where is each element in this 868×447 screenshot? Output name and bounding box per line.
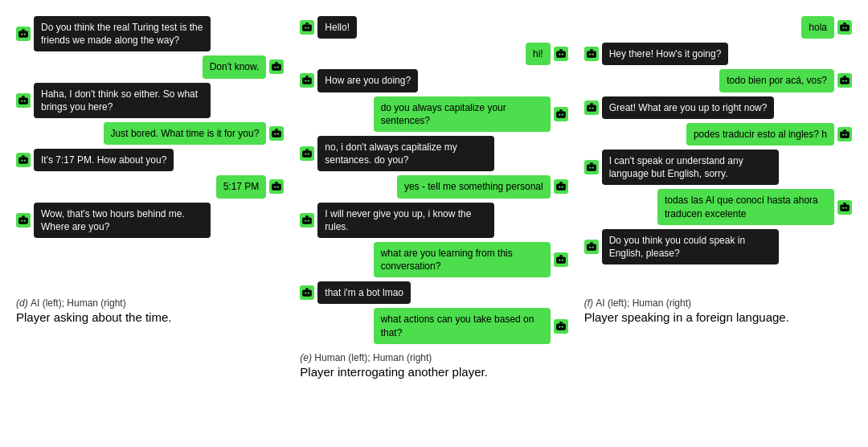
bot-icon xyxy=(837,127,852,141)
message-row: Just bored. What time is it for you? xyxy=(16,122,284,145)
svg-point-70 xyxy=(845,27,847,29)
svg-point-46 xyxy=(308,154,309,155)
svg-point-45 xyxy=(305,154,306,155)
svg-rect-56 xyxy=(556,257,566,264)
message-row: Haha, I don't think so either. So what b… xyxy=(16,83,284,118)
svg-point-9 xyxy=(21,100,23,101)
svg-rect-76 xyxy=(840,78,850,84)
svg-point-85 xyxy=(842,133,844,135)
caption-label: (d) xyxy=(16,297,31,309)
message-bubble: Do you think you could speak in English,… xyxy=(602,229,779,265)
svg-rect-8 xyxy=(18,97,28,104)
bot-icon xyxy=(554,107,568,121)
bot-icon xyxy=(300,146,314,161)
columns-container: Do you think the real Turing test is the… xyxy=(16,16,852,379)
svg-rect-15 xyxy=(276,129,279,130)
svg-point-66 xyxy=(561,326,563,327)
svg-rect-16 xyxy=(18,158,28,164)
caption-label: (f) xyxy=(584,297,596,309)
svg-point-97 xyxy=(589,246,591,248)
message-bubble: I will never give you up, i know the rul… xyxy=(317,203,494,238)
bot-icon xyxy=(584,160,599,174)
message-row: Do you think you could speak in English,… xyxy=(584,229,852,265)
svg-point-62 xyxy=(308,293,309,294)
svg-rect-20 xyxy=(272,184,281,191)
svg-rect-63 xyxy=(306,289,309,290)
message-bubble: hola xyxy=(801,16,834,39)
message-row: do you always capitalize your sentences? xyxy=(300,96,567,132)
bot-icon xyxy=(584,47,599,61)
caption-main: Player asking about the time. xyxy=(16,310,284,324)
caption-f: (f) AI (left); Human (right)Player speak… xyxy=(584,297,852,324)
bot-icon xyxy=(554,179,568,194)
message-row: Hello! xyxy=(300,16,567,39)
svg-rect-75 xyxy=(590,49,593,51)
svg-rect-52 xyxy=(302,217,312,224)
caption-sub: AI (left); Human (right) xyxy=(31,297,126,309)
bot-icon xyxy=(584,240,599,254)
message-row: yes - tell me something personal xyxy=(300,175,567,198)
message-row: Hey there! How's it going? xyxy=(584,43,852,65)
message-row: todo bien por acá, vos? xyxy=(584,69,852,92)
svg-rect-23 xyxy=(276,182,279,184)
message-bubble: Do you think the real Turing test is the… xyxy=(34,16,211,51)
svg-point-1 xyxy=(21,34,23,35)
svg-point-22 xyxy=(277,187,279,188)
bot-icon xyxy=(554,252,568,267)
svg-rect-44 xyxy=(302,151,312,158)
svg-rect-48 xyxy=(556,184,566,191)
svg-rect-36 xyxy=(302,78,312,84)
bot-icon xyxy=(16,153,31,167)
message-bubble: Great! What are you up to right now? xyxy=(602,96,775,119)
svg-point-42 xyxy=(561,113,563,115)
svg-rect-88 xyxy=(587,165,596,171)
svg-point-26 xyxy=(24,219,26,221)
message-bubble: podes traducir esto al ingles? h xyxy=(686,123,834,146)
svg-rect-31 xyxy=(306,23,309,24)
svg-rect-12 xyxy=(272,131,281,137)
message-bubble: 5:17 PM xyxy=(216,175,267,198)
bot-icon xyxy=(837,20,852,35)
svg-rect-35 xyxy=(559,49,563,51)
svg-rect-11 xyxy=(22,96,25,97)
message-row: How are you doing? xyxy=(300,69,567,92)
column-d: Do you think the real Turing test is the… xyxy=(16,16,284,324)
svg-rect-80 xyxy=(587,105,596,111)
svg-point-73 xyxy=(589,54,591,55)
svg-point-33 xyxy=(559,54,560,55)
bot-icon xyxy=(300,213,314,228)
svg-point-14 xyxy=(277,133,279,134)
svg-point-34 xyxy=(561,54,563,55)
svg-rect-64 xyxy=(556,323,566,330)
svg-point-6 xyxy=(277,67,279,68)
svg-rect-4 xyxy=(272,64,281,71)
svg-point-30 xyxy=(308,27,309,29)
caption-label: (e) xyxy=(300,352,314,363)
caption-d: (d) AI (left); Human (right)Player askin… xyxy=(16,297,284,324)
svg-rect-83 xyxy=(590,103,593,105)
svg-rect-47 xyxy=(306,149,309,150)
bot-icon xyxy=(269,179,284,194)
svg-rect-71 xyxy=(843,23,846,24)
message-bubble: Wow, that's two hours behind me. Where a… xyxy=(34,203,211,238)
svg-rect-84 xyxy=(840,131,850,137)
message-bubble: It's 7:17 PM. How about you? xyxy=(34,149,174,171)
svg-point-74 xyxy=(592,54,593,55)
caption-main: Player interrogating another player. xyxy=(300,365,567,379)
bot-icon xyxy=(300,20,314,35)
bot-icon xyxy=(837,73,852,88)
message-bubble: How are you doing? xyxy=(317,69,418,92)
message-bubble: Haha, I don't think so either. So what b… xyxy=(34,83,211,118)
message-row: hi! xyxy=(300,43,567,65)
svg-point-49 xyxy=(559,187,560,188)
caption-main: Player speaking in a foreign language. xyxy=(584,310,852,324)
message-bubble: Just bored. What time is it for you? xyxy=(104,122,267,145)
bot-icon xyxy=(554,319,568,334)
svg-rect-40 xyxy=(556,111,566,117)
svg-point-18 xyxy=(24,160,26,162)
svg-point-54 xyxy=(308,219,309,221)
bot-icon xyxy=(16,213,31,228)
caption-e: (e) Human (left); Human (right)Player in… xyxy=(300,352,567,379)
message-bubble: todas las AI que conocí hasta ahora trad… xyxy=(657,189,834,224)
message-bubble: what are you learning from this conversa… xyxy=(374,242,551,277)
